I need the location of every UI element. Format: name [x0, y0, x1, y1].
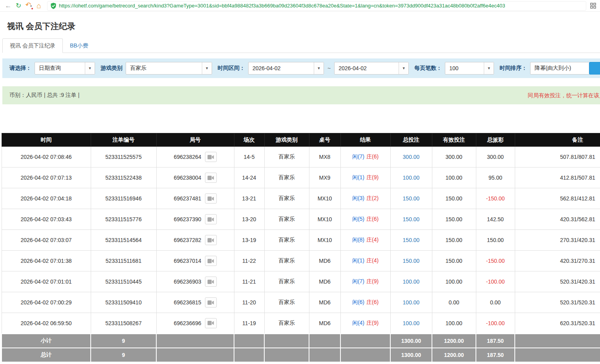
column-header: 局号	[156, 133, 234, 147]
video-replay-button[interactable]	[205, 173, 217, 183]
valid-bet-note: 同局有效投注，统一计算在该局	[528, 86, 600, 104]
player-result: 闲(4)	[352, 320, 364, 326]
video-replay-button[interactable]	[205, 235, 217, 245]
video-replay-button[interactable]	[205, 277, 217, 287]
undo-icon[interactable]: ↶▾	[24, 0, 34, 12]
banker-result: 庄(9)	[366, 320, 379, 326]
cell-total-bet[interactable]: 300.00	[390, 147, 432, 167]
video-replay-button[interactable]	[205, 193, 217, 204]
game-type-select[interactable]: 百家乐 ▼	[126, 62, 212, 75]
date-to-select[interactable]: 2026-04-02 ▼	[334, 62, 409, 75]
cell-valid-bet: 0.00	[432, 292, 476, 313]
cell-session: 14-5	[234, 147, 264, 167]
cell-time: 2026-04-02 07:00:29	[2, 292, 91, 313]
cell-payout: -150.00	[476, 251, 515, 271]
chevron-down-icon: ▼	[202, 62, 212, 74]
cell-time: 2026-04-02 07:04:18	[2, 188, 91, 209]
search-button[interactable]	[589, 62, 600, 75]
cell-total-bet[interactable]: 150.00	[390, 230, 432, 251]
cell-game-type: 百家乐	[264, 209, 309, 230]
cell-table-no: MD6	[309, 292, 340, 313]
cell-table-no: MX10	[309, 230, 340, 251]
cell-total-bet[interactable]: 150.00	[390, 188, 432, 209]
cell-game-type: 百家乐	[264, 292, 309, 313]
chevron-down-icon: ▾	[30, 4, 32, 8]
cell-total-bet[interactable]: 100.00	[390, 167, 432, 188]
sort-label: 时间排序：	[499, 65, 527, 72]
page-size-value: 100	[445, 65, 484, 71]
column-header: 总投注	[390, 133, 432, 147]
cell-payout: -100.00	[476, 271, 515, 292]
round-number: 696237014	[174, 258, 201, 264]
cell-payout: 0.00	[476, 292, 515, 313]
page-size-select[interactable]: 100 ▼	[445, 62, 494, 75]
cell-valid-bet: 150.00	[432, 188, 476, 209]
query-type-select[interactable]: 日期查询 ▼	[35, 62, 95, 75]
cell-table-no: MD6	[309, 251, 340, 271]
table-body: 2026-04-02 07:08:46 523311525575 6962382…	[2, 147, 600, 334]
table-row: 2026-04-02 06:59:50 523311508267 6962366…	[2, 313, 600, 334]
player-result: 闲(7)	[352, 153, 364, 160]
cell-bet-id: 523311514564	[91, 230, 156, 251]
cell-round: 696236903	[156, 271, 234, 292]
table-row: 2026-04-02 07:00:29 523311509410 6962368…	[2, 292, 600, 313]
player-result: 闲(6)	[352, 299, 364, 305]
chevron-down-icon: ▼	[314, 62, 324, 74]
cell-total-bet[interactable]: 100.00	[390, 271, 432, 292]
cell-table-no: MD6	[309, 313, 340, 334]
time-range-label: 时间区间：	[218, 65, 245, 72]
cell-remark: 562.81/412.81	[515, 188, 600, 209]
bet-record-table: 时间注单编号局号场次游戏类别桌号结果总投注有效投注总派彩备注 2026-04-0…	[1, 133, 600, 362]
cell-bet-id: 523311508267	[91, 313, 156, 334]
cell-time: 2026-04-02 07:08:46	[2, 147, 91, 167]
back-icon[interactable]: ←	[3, 0, 13, 11]
cell-game-type: 百家乐	[264, 188, 309, 209]
player-result: 闲(5)	[352, 216, 364, 222]
cell-valid-bet: 300.00	[432, 147, 476, 167]
select-type-label: 请选择：	[9, 65, 31, 72]
cell-total-bet[interactable]: 150.00	[390, 209, 432, 230]
video-camera-icon	[207, 217, 214, 222]
cell-total-bet[interactable]: 100.00	[390, 313, 432, 334]
video-replay-button[interactable]	[205, 318, 217, 328]
total-row: 总计 9 1300.00 1200.00 187.50	[2, 348, 600, 362]
total-label: 总计	[2, 348, 91, 362]
date-from-select[interactable]: 2026-04-02 ▼	[248, 62, 324, 75]
round-number: 696238264	[174, 154, 201, 160]
refresh-icon[interactable]: ↻	[13, 0, 24, 11]
cell-valid-bet: 100.00	[432, 271, 476, 292]
player-result: 闲(8)	[352, 237, 364, 243]
tab-bb-tip[interactable]: BB小费	[63, 39, 95, 53]
column-header: 备注	[515, 133, 600, 147]
table-row: 2026-04-02 07:03:07 523311514564 6962372…	[2, 230, 600, 251]
banker-result: 庄(6)	[366, 216, 379, 222]
chevron-down-icon: ▼	[484, 62, 494, 74]
apps-grid-icon[interactable]	[590, 3, 596, 9]
banker-result: 庄(6)	[366, 299, 379, 305]
video-replay-button[interactable]	[205, 297, 217, 308]
player-result: 闲(1)	[352, 257, 364, 264]
video-replay-button[interactable]	[205, 152, 217, 162]
player-result: 闲(3)	[352, 195, 364, 201]
table-row: 2026-04-02 07:07:13 523311522438 6962380…	[2, 167, 600, 188]
video-camera-icon	[207, 155, 214, 160]
home-icon[interactable]: ⌂	[34, 0, 44, 11]
video-replay-button[interactable]	[205, 214, 217, 224]
video-replay-button[interactable]	[205, 256, 217, 266]
cell-time: 2026-04-02 07:03:43	[2, 209, 91, 230]
cell-remark: 520.31/520.31	[515, 292, 600, 313]
address-bar[interactable]: https://iohetf.com/game/betrecord_search…	[47, 1, 586, 11]
date-to-value: 2026-04-02	[335, 65, 399, 71]
cell-result: 闲(7)庄(9)	[340, 271, 390, 292]
cell-total-bet[interactable]: 150.00	[390, 251, 432, 271]
total-payout: 187.50	[476, 348, 515, 362]
tab-betrecord[interactable]: 视讯 会员下注纪录	[2, 38, 63, 53]
column-header: 桌号	[309, 133, 340, 147]
banker-result: 庄(4)	[366, 237, 379, 243]
tab-bar: 视讯 会员下注纪录 BB小费	[2, 38, 600, 53]
cell-total-bet[interactable]: 100.00	[390, 292, 432, 313]
round-number: 696237390	[174, 216, 201, 222]
banker-result: 庄(6)	[366, 153, 379, 160]
cell-session: 13-21	[234, 188, 264, 209]
cell-session: 13-20	[234, 209, 264, 230]
